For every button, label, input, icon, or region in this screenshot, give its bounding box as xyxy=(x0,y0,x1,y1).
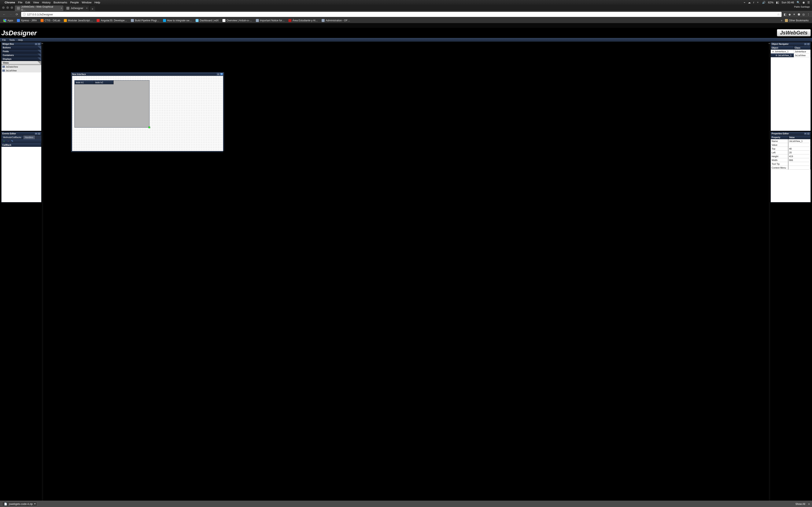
listview-column-2[interactable]: teste lv2 xyxy=(94,80,113,84)
property-row[interactable]: NameJsListView_1 xyxy=(771,139,811,143)
extension-icon[interactable]: ◆ xyxy=(789,13,791,16)
property-value[interactable] xyxy=(788,143,811,147)
window-max-dot[interactable] xyxy=(11,6,13,9)
macos-menu-file[interactable]: File xyxy=(18,1,22,4)
app-menu-file[interactable]: File xyxy=(2,39,6,41)
obj-nav-row[interactable]: ⊟JsInterface_1JsInterface xyxy=(771,50,811,53)
wifi-icon[interactable]: ᯤ xyxy=(757,1,760,4)
bookmarks-apps-button[interactable]: Apps xyxy=(2,18,14,22)
bookmark-item[interactable]: Xpreso - JIRA xyxy=(16,18,38,22)
property-value[interactable]: JsListView_1 xyxy=(788,139,811,143)
property-row[interactable]: Value xyxy=(771,143,811,147)
macos-menu-history[interactable]: History xyxy=(42,1,50,4)
property-value[interactable] xyxy=(788,166,811,169)
design-canvas[interactable]: teste lv1 teste lv2 xyxy=(71,76,224,152)
widget-item-jsdataview[interactable]: JsDataView xyxy=(1,65,41,69)
chrome-tab-1[interactable]: JsWebGets - Web Graphical U… × xyxy=(15,5,63,11)
macos-menu-view[interactable]: View xyxy=(33,1,39,4)
chrome-new-tab-button[interactable]: ▸ xyxy=(90,6,95,11)
extension-icon[interactable]: ◧ xyxy=(784,13,786,16)
property-value[interactable] xyxy=(788,162,811,166)
obj-nav-row[interactable]: ⊟JsListView_1JsListView xyxy=(771,53,811,57)
notification-center-icon[interactable]: ☰ xyxy=(807,1,810,4)
panel-min-icon[interactable]: ▭ xyxy=(804,43,807,45)
macos-app-name[interactable]: Chrome xyxy=(5,1,15,4)
property-row[interactable]: Top40 xyxy=(771,147,811,151)
widget-item-jslistview[interactable]: JsListView xyxy=(1,69,41,72)
window-close-dot[interactable] xyxy=(2,6,5,9)
remove-icon[interactable]: － xyxy=(7,139,9,143)
window-min-dot[interactable] xyxy=(6,6,9,9)
app-menu-tools[interactable]: Tools xyxy=(9,39,15,41)
widget-category-fields[interactable]: Fields xyxy=(1,50,41,53)
bookmark-item[interactable]: Build Pipeline Plugi… xyxy=(130,18,160,22)
chevron-down-icon[interactable] xyxy=(34,503,36,504)
panel-max-icon[interactable]: ▢ xyxy=(38,133,40,135)
property-row[interactable]: Left20 xyxy=(771,151,811,155)
panel-min-icon[interactable]: ▭ xyxy=(35,133,38,135)
tree-toggle-icon[interactable]: ⊟ xyxy=(776,54,777,56)
macos-menu-help[interactable]: Help xyxy=(95,1,100,4)
resize-handle-icon[interactable] xyxy=(148,126,150,128)
panel-max-icon[interactable]: ▢ xyxy=(38,43,40,45)
siri-icon[interactable]: ◉ xyxy=(803,1,805,4)
bookmark-item[interactable]: CTIS - GitLab xyxy=(39,18,61,22)
tree-toggle-icon[interactable]: ⊟ xyxy=(772,51,774,53)
property-value[interactable]: 666 xyxy=(788,158,811,162)
tray-icon-3[interactable]: r xyxy=(753,1,754,4)
splitter-left[interactable]: ⇔ xyxy=(42,42,43,501)
panel-min-icon[interactable]: ▭ xyxy=(804,133,807,135)
reload-button[interactable]: ⟳ xyxy=(15,13,19,16)
edit-icon[interactable]: ✎ xyxy=(11,139,13,143)
property-value[interactable]: 40 xyxy=(788,147,811,151)
design-window[interactable]: New Interface ▭ ✕ teste lv1 teste lv2 xyxy=(71,72,224,152)
spotlight-icon[interactable]: 🔍 xyxy=(797,1,800,4)
bookmark-item[interactable]: Dashboard | edX xyxy=(194,18,220,22)
tray-icon-2[interactable]: ☁ xyxy=(748,1,751,4)
events-tab-handlers[interactable]: Handlers xyxy=(23,135,35,139)
jslistview-widget[interactable]: teste lv1 teste lv2 xyxy=(74,80,150,127)
widget-category-views[interactable]: Views xyxy=(1,61,41,65)
chrome-menu-icon[interactable]: ⋮ xyxy=(807,13,810,16)
property-row[interactable]: Height419 xyxy=(771,155,811,158)
window-traffic-lights[interactable] xyxy=(2,6,13,9)
address-bar[interactable]: i 127.0.0.1/JsDesigner ☆ xyxy=(21,12,781,17)
macos-menu-bookmarks[interactable]: Bookmarks xyxy=(53,1,67,4)
panel-min-icon[interactable]: ▭ xyxy=(35,43,38,45)
back-button[interactable]: ← xyxy=(2,13,6,16)
property-row[interactable]: Context Menu xyxy=(771,166,811,170)
panel-max-icon[interactable]: ▢ xyxy=(807,133,810,135)
property-row[interactable]: Tool Tip xyxy=(771,162,811,166)
chrome-tab-2[interactable]: JsDesigner × xyxy=(64,5,89,11)
listview-column-1[interactable]: teste lv1 xyxy=(74,80,94,84)
tab-close-icon[interactable]: × xyxy=(61,7,62,10)
bookmark-item[interactable]: Administration - OF… xyxy=(320,18,351,22)
download-item[interactable]: 📄 jswebgets-code-4.zip xyxy=(2,502,37,506)
splitter-right[interactable]: ⇔ xyxy=(769,42,770,501)
tab-close-icon[interactable]: × xyxy=(86,7,88,10)
menubar-clock[interactable]: Sun 00:46 xyxy=(781,1,794,4)
property-value[interactable]: 419 xyxy=(788,155,811,158)
bookmark-item[interactable]: AngularJS: Develope… xyxy=(95,18,129,22)
chrome-profile-name[interactable]: Pablo Santiago xyxy=(794,5,810,8)
bookmark-item[interactable]: Área Estudiante y Al… xyxy=(287,18,319,22)
bookmark-star-icon[interactable]: ☆ xyxy=(777,13,780,16)
volume-icon[interactable]: 🔊 xyxy=(762,1,765,4)
macos-menu-edit[interactable]: Edit xyxy=(26,1,30,4)
site-info-icon[interactable]: i xyxy=(23,13,26,16)
add-icon[interactable]: ＋ xyxy=(3,139,5,143)
battery-icon[interactable]: ▮▯ xyxy=(776,1,779,4)
extension-icon[interactable]: ◎ xyxy=(802,13,805,16)
tray-icon-1[interactable]: ⌁ xyxy=(744,1,745,4)
panel-max-icon[interactable]: ▢ xyxy=(807,43,810,45)
bookmark-item[interactable]: Modular JavaScript:… xyxy=(63,18,94,22)
window-close-icon[interactable]: ✕ xyxy=(220,73,223,75)
events-tab-methods[interactable]: Methods/CallBacks xyxy=(1,135,23,139)
widget-category-displays[interactable]: Displays xyxy=(1,57,41,61)
bookmark-item[interactable]: How to integrate sw… xyxy=(162,18,193,22)
bookmarks-overflow-icon[interactable]: » xyxy=(781,19,782,22)
bookmark-item[interactable]: Overview | Arduin-o-… xyxy=(221,18,253,22)
app-menu-help[interactable]: Help xyxy=(18,39,23,41)
widget-category-buttons[interactable]: Buttons xyxy=(1,46,41,50)
extension-icon[interactable]: ⬢ xyxy=(798,13,800,16)
